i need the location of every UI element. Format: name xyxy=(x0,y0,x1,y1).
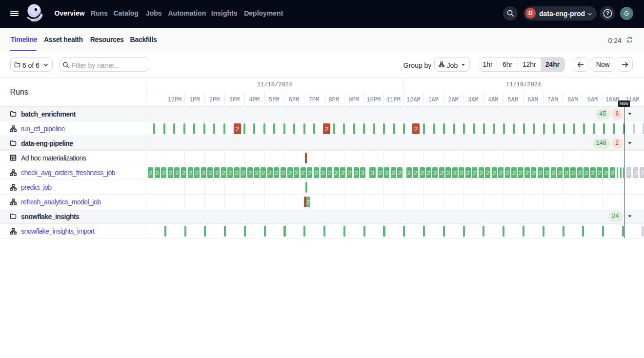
svg-text:?: ? xyxy=(606,10,609,16)
